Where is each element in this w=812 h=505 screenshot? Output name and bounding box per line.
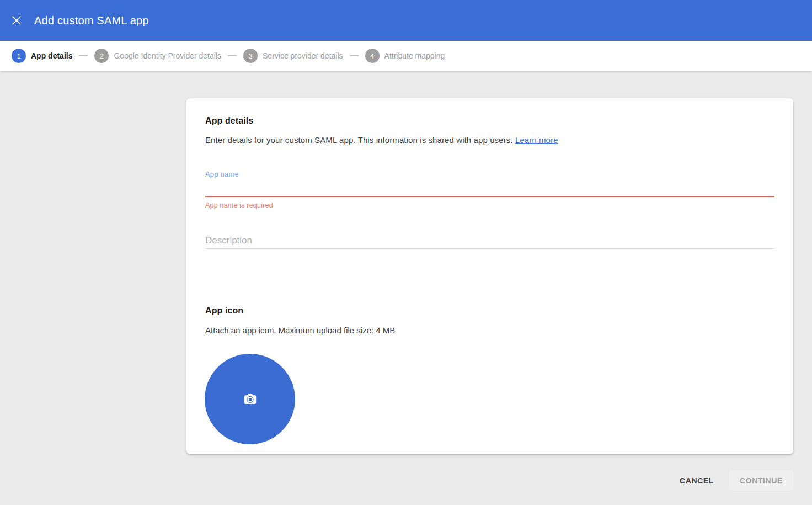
- section-description: Enter details for your custom SAML app. …: [205, 135, 774, 145]
- app-name-label: App name: [205, 170, 774, 178]
- app-name-error-message: App name is required: [205, 201, 774, 209]
- step-google-idp-details[interactable]: 2 Google Identity Provider details: [94, 49, 221, 63]
- section-title-app-details: App details: [205, 98, 774, 126]
- close-icon[interactable]: [6, 9, 28, 31]
- step-label: Attribute mapping: [384, 51, 445, 60]
- app-name-input[interactable]: [205, 179, 774, 196]
- step-service-provider-details[interactable]: 3 Service provider details: [243, 49, 343, 63]
- step-attribute-mapping[interactable]: 4 Attribute mapping: [365, 49, 445, 63]
- step-number-badge: 2: [94, 49, 109, 63]
- step-number-badge: 4: [365, 49, 380, 63]
- step-separator: [79, 55, 88, 56]
- step-number-badge: 3: [243, 49, 258, 63]
- camera-icon: [243, 392, 258, 407]
- step-label: App details: [31, 51, 72, 60]
- step-app-details[interactable]: 1 App details: [12, 49, 72, 63]
- footer-actions: CANCEL CONTINUE: [675, 470, 793, 491]
- section-description-text: Enter details for your custom SAML app. …: [205, 135, 515, 145]
- step-separator: [350, 55, 359, 56]
- app-name-field-group: App name App name is required: [205, 170, 774, 209]
- continue-button[interactable]: CONTINUE: [729, 470, 793, 491]
- step-separator: [228, 55, 237, 56]
- description-underline: [205, 248, 774, 249]
- step-label: Google Identity Provider details: [114, 51, 221, 60]
- app-details-card: App details Enter details for your custo…: [186, 98, 793, 454]
- step-label: Service provider details: [263, 51, 343, 60]
- section-title-app-icon: App icon: [205, 306, 774, 316]
- description-input[interactable]: [205, 233, 774, 248]
- app-icon-section: App icon Attach an app icon. Maximum upl…: [205, 306, 774, 444]
- step-number-badge: 1: [12, 49, 26, 63]
- wizard-stepper: 1 App details 2 Google Identity Provider…: [0, 41, 812, 71]
- dialog-title: Add custom SAML app: [34, 14, 149, 27]
- app-icon-upload-button[interactable]: [205, 354, 295, 444]
- cancel-button[interactable]: CANCEL: [675, 470, 718, 491]
- learn-more-link[interactable]: Learn more: [515, 135, 558, 145]
- dialog-header: Add custom SAML app: [0, 0, 812, 41]
- app-name-error-underline: [205, 196, 774, 197]
- app-icon-description: Attach an app icon. Maximum upload file …: [205, 326, 774, 335]
- description-field-group: [205, 233, 774, 249]
